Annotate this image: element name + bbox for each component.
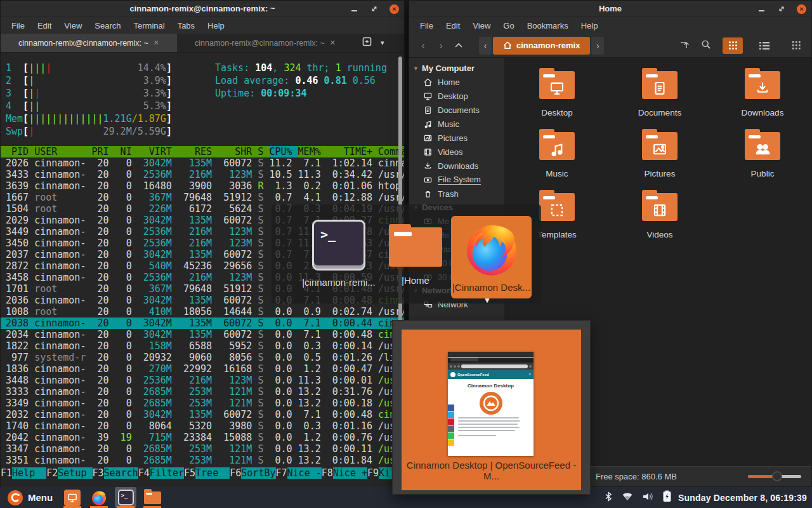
search-icon[interactable] — [701, 39, 711, 52]
menu-button[interactable]: Menu — [0, 487, 59, 508]
process-row[interactable]: 2038 cinnamon- 20 0 3042M 135M 60072 S 0… — [1, 318, 404, 329]
sidebar-item-videos[interactable]: Videos — [409, 145, 504, 159]
terminal-menu-tabs[interactable]: Tabs — [172, 19, 200, 32]
htop-header-row[interactable]: PID USER PRI NI VIRT RES SHR S CPU% MEM%… — [1, 146, 404, 157]
forward-button[interactable]: › — [432, 39, 450, 52]
files-menubar: FileEditViewGoBookmarksHelp — [409, 17, 811, 34]
panel-clock[interactable]: Sunday December 8, 06:19:39 — [678, 493, 812, 503]
terminal-menu-view[interactable]: View — [58, 19, 88, 32]
new-tab-icon[interactable] — [362, 37, 372, 49]
files-menu-go[interactable]: Go — [497, 19, 520, 32]
process-row[interactable]: 1822 cinnamon- 20 0 158M 6588 5952 S 0.0… — [1, 340, 404, 352]
battery-icon — [662, 490, 672, 502]
files-menu-file[interactable]: File — [414, 19, 439, 32]
sidebar-item-music[interactable]: Music — [409, 117, 504, 131]
sidebar-item-desktop[interactable]: Desktop — [409, 89, 504, 103]
launcher-terminal[interactable]: >_ — [115, 487, 136, 508]
terminal-menu-edit[interactable]: Edit — [32, 19, 57, 32]
process-row[interactable]: 1740 cinnamon- 20 0 8064 5320 3980 S 0.0… — [1, 420, 404, 432]
terminal-tab-0[interactable]: cinnamon-remix@cinnamon-remix: ~✕ — [1, 34, 177, 52]
launcher-files[interactable] — [141, 487, 163, 508]
sidebar-section-my-computer[interactable]: ▼My Computer — [409, 62, 504, 75]
breadcrumb-left-arrow[interactable]: ‹ — [479, 37, 492, 55]
sidebar-item-documents[interactable]: Documents — [409, 103, 504, 117]
minimize-button[interactable] — [349, 4, 359, 14]
terminal-menu-terminal[interactable]: Terminal — [128, 19, 171, 32]
process-row[interactable]: 2032 cinnamon- 20 0 3042M 135M 60072 S 0… — [1, 409, 404, 420]
process-row[interactable]: 2026 cinnamon- 20 0 3042M 135M 60072 S 1… — [1, 157, 404, 169]
process-row[interactable]: 977 systemd-r 20 0 20932 9060 8056 S 0.0… — [1, 352, 404, 363]
desktop: cinnamon-remix@cinnamon-remix: ~ × FileE… — [0, 0, 812, 508]
breadcrumb-current[interactable]: cinnamon-remix — [493, 37, 590, 55]
files-menu-edit[interactable]: Edit — [440, 19, 466, 32]
terminal-menu-file[interactable]: File — [6, 19, 30, 32]
folder-videos[interactable]: Videos — [608, 184, 711, 244]
terminal-menu-search[interactable]: Search — [89, 19, 126, 32]
panel-launchers: >_ — [62, 487, 163, 508]
sidebar-item-file-system[interactable]: File System — [409, 173, 504, 187]
toggle-location-entry-icon[interactable] — [679, 39, 690, 51]
launcher-firefox[interactable] — [88, 487, 110, 508]
icon-view-button[interactable] — [723, 37, 743, 54]
folder-music[interactable]: Music — [506, 123, 608, 184]
preview-caption: Cinnamon Desktop | OpenSourceFeed - M... — [402, 460, 581, 481]
sidebar-item-home[interactable]: Home — [409, 75, 504, 89]
back-button[interactable]: ‹ — [414, 39, 432, 52]
process-row[interactable]: 2042 cinnamon- 39 19 715M 23384 15088 S … — [1, 432, 404, 443]
files-titlebar[interactable]: Home × — [409, 1, 811, 17]
process-row[interactable]: 1008 root 20 0 410M 18056 14644 S 0.0 0.… — [1, 306, 404, 318]
process-row[interactable]: 3347 cinnamon- 20 0 2685M 253M 121M S 0.… — [1, 443, 404, 455]
process-row[interactable]: 3639 cinnamon- 20 0 16480 3900 3036 R 1.… — [1, 180, 404, 192]
up-button[interactable] — [450, 41, 468, 50]
document-icon — [423, 105, 433, 115]
close-button[interactable]: × — [797, 4, 806, 14]
folder-documents[interactable]: Documents — [608, 62, 711, 123]
alt-tab-item-firefox-selected[interactable]: |Cinnamon Desk... — [451, 216, 532, 298]
launcher-desktop[interactable] — [62, 487, 83, 508]
sidebar-item-pictures[interactable]: Pictures — [409, 131, 504, 145]
folder-pictures[interactable]: Pictures — [608, 123, 711, 184]
tab-close-icon[interactable]: ✕ — [154, 39, 159, 47]
tray-bluetooth[interactable] — [604, 491, 613, 505]
restore-button[interactable] — [369, 4, 379, 14]
restore-button[interactable] — [776, 4, 787, 14]
process-row[interactable]: 3448 cinnamon- 20 0 2536M 216M 123M S 0.… — [1, 375, 404, 386]
files-menu-help[interactable]: Help — [575, 19, 604, 32]
tab-close-icon[interactable]: ✕ — [330, 39, 336, 47]
compact-view-button[interactable] — [786, 37, 806, 54]
list-view-button[interactable] — [754, 37, 775, 54]
alt-tab-item-home[interactable]: |Home — [381, 224, 450, 286]
tray-volume[interactable] — [642, 491, 654, 504]
tray-wifi[interactable] — [621, 491, 634, 504]
folder-downloads[interactable]: Downloads — [711, 62, 812, 123]
terminal-titlebar[interactable]: cinnamon-remix@cinnamon-remix: ~ × — [1, 1, 404, 17]
process-row[interactable]: 2034 cinnamon- 20 0 3042M 135M 60072 S 0… — [1, 329, 404, 340]
tray-battery[interactable] — [662, 490, 672, 505]
zoom-slider-knob[interactable] — [772, 471, 782, 481]
process-row[interactable]: 1667 root 20 0 367M 79648 51912 S 0.7 4.… — [1, 192, 404, 203]
terminal-tab-1[interactable]: cinnamon-remix@cinnamon-remix: ~✕ — [177, 34, 353, 52]
expander-icon[interactable]: ▼ — [413, 65, 419, 72]
files-menu-view[interactable]: View — [467, 19, 496, 32]
sidebar-item-trash[interactable]: Trash — [409, 187, 504, 201]
folder-desktop[interactable]: Desktop — [506, 62, 608, 123]
zoom-slider[interactable] — [748, 475, 801, 478]
sidebar-item-downloads[interactable]: Downloads — [409, 159, 504, 173]
process-row[interactable]: 3349 cinnamon- 20 0 2685M 253M 121M S 0.… — [1, 398, 404, 409]
terminal-menu-help[interactable]: Help — [202, 19, 230, 32]
tab-list-dropdown-icon[interactable]: ▾ — [381, 39, 384, 47]
folder-public[interactable]: Public — [711, 123, 812, 184]
breadcrumb-right-arrow[interactable]: › — [591, 37, 604, 55]
trash-icon — [423, 189, 433, 199]
htop-sysinfo: Tasks: 104, 324 thr; 1 runningLoad avera… — [215, 62, 387, 100]
process-row[interactable]: 3333 cinnamon- 20 0 2685M 253M 121M S 0.… — [1, 386, 404, 398]
alt-tab-item-terminal[interactable]: >_ |cinnamon-remi... — [294, 220, 383, 288]
monitor-icon — [549, 80, 565, 97]
process-row[interactable]: 3351 cinnamon- 20 0 2685M 253M 121M S 0.… — [1, 455, 404, 466]
process-row[interactable]: 1836 cinnamon- 20 0 270M 22992 16168 S 0… — [1, 363, 404, 375]
close-button[interactable]: × — [390, 4, 399, 14]
music-icon — [423, 119, 433, 129]
process-row[interactable]: 3433 cinnamon- 20 0 2536M 216M 123M S 10… — [1, 169, 404, 180]
files-menu-bookmarks[interactable]: Bookmarks — [521, 19, 574, 32]
minimize-button[interactable] — [756, 4, 766, 14]
